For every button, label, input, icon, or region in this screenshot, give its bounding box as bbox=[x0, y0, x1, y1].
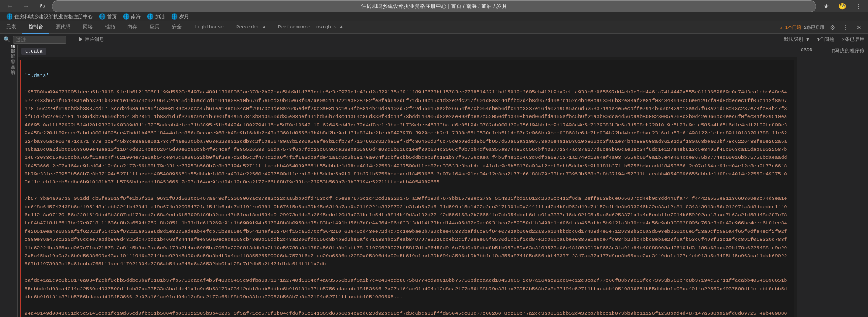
bookmark-icon-3: 🌐 bbox=[123, 13, 130, 20]
devtools-tab-perf-insights[interactable]: Performance insights ▲ bbox=[272, 21, 349, 34]
address-input[interactable] bbox=[52, 0, 816, 12]
right-panel-at: @马虎的程序猿 bbox=[832, 47, 864, 54]
page-count-label: 1个问题 bbox=[817, 36, 835, 43]
bookmark-button[interactable]: ★ bbox=[820, 0, 832, 12]
devtools-tab-sources[interactable]: 源代码 bbox=[49, 21, 77, 34]
more-options-button[interactable]: ⋮ bbox=[840, 22, 851, 33]
bookmark-icon-1: 🌐 bbox=[6, 13, 13, 20]
bookmark-icon-5: 🌐 bbox=[171, 13, 178, 20]
bookmark-item-4[interactable]: 🌐 加油 bbox=[144, 12, 168, 21]
viewer-tab-tdata[interactable]: t.data bbox=[21, 48, 46, 55]
bookmark-label-1: 住房和城乡建设部执业资格注册中心 bbox=[14, 13, 93, 20]
devtools-tab-network[interactable]: 网络 bbox=[77, 21, 99, 34]
default-level-label: 默认级别 ▼ bbox=[784, 36, 809, 43]
bookmark-item-1[interactable]: 🌐 住房和城乡建设部执业资格注册中心 bbox=[4, 12, 95, 21]
full-wrapper: ← → ↻ ★ 🧐 ⋮ 🌐 住房和城乡建设部执业资格注册中心 🌐 首页 🌐 南海… bbox=[0, 0, 868, 317]
refresh-button[interactable]: ↻ bbox=[36, 0, 48, 12]
bookmark-item-3[interactable]: 🌐 南海 bbox=[120, 12, 143, 21]
viewer-tabs: t.data bbox=[18, 45, 797, 57]
data-content-box: 't.data' '95780ba0943730051dccb5fe3918f9… bbox=[20, 60, 794, 317]
side-label-errors[interactable]: 错误 bbox=[0, 76, 17, 81]
right-panel-title: CSDN bbox=[801, 47, 812, 54]
bookmark-label-5: 岁月 bbox=[179, 13, 189, 20]
issue-count-badge: ⚠ 1个问题 bbox=[780, 24, 801, 31]
close-devtools-button[interactable]: ✕ bbox=[854, 22, 864, 33]
devtools-tab-security[interactable]: 安全 bbox=[166, 21, 188, 34]
right-panel-body bbox=[797, 56, 868, 61]
bookmark-label-2: 首页 bbox=[107, 13, 117, 20]
forward-button[interactable]: → bbox=[20, 0, 32, 12]
devtools-tab-lighthouse[interactable]: Lighthouse bbox=[188, 21, 230, 34]
toolbar-divider-2 bbox=[111, 36, 111, 43]
devtools-tab-recorder[interactable]: Recorder ▲ bbox=[230, 21, 272, 34]
back-button[interactable]: ← bbox=[4, 0, 16, 12]
filter-input[interactable] bbox=[13, 36, 66, 44]
settings-button[interactable]: ⋮ bbox=[852, 0, 864, 12]
devtools-tab-console[interactable]: 控制台 bbox=[22, 21, 49, 34]
address-row: ← → ↻ ★ 🧐 ⋮ bbox=[0, 0, 868, 12]
data-value: '95780ba0943730051dccb5fe3918f9fe1b6f213… bbox=[25, 89, 787, 317]
secondary-toolbar: 🔍 ▶ 用户消息 默认级别 ▼ 1个问题 2条已启用 bbox=[0, 34, 868, 45]
bookmark-icon-4: 🌐 bbox=[147, 13, 154, 20]
side-label-console[interactable]: 控制台 bbox=[0, 49, 17, 54]
bookmarks-bar: 🌐 住房和城乡建设部执业资格注册中心 🌐 首页 🌐 南海 🌐 加油 🌐 岁月 bbox=[0, 12, 868, 21]
side-label-messages[interactable]: 消息 bbox=[0, 60, 17, 65]
right-panel-header: CSDN @马虎的程序猿 bbox=[797, 45, 868, 56]
settings-icon-button[interactable]: ⚙ bbox=[827, 22, 838, 33]
side-label-user-messages[interactable]: 用户消息 bbox=[0, 54, 17, 60]
devtools-tab-performance[interactable]: 性能 bbox=[99, 21, 121, 34]
filter-icon: 🔍 bbox=[4, 36, 10, 43]
devtools-panel: 元素 控制台 源代码 网络 性能 内存 应用 安全 Lighthouse Rec… bbox=[0, 21, 868, 317]
viewer-area: t.data 't.data' '95780ba0943730051dccb5f… bbox=[18, 45, 797, 317]
side-labels-panel: 控制台 用户消息 消息 信息 警告 错误 bbox=[0, 45, 18, 317]
devtools-right-icons: ⚠ 1个问题 2条已启用 ⚙ ⋮ ✕ bbox=[776, 22, 868, 33]
side-label-warnings[interactable]: 警告 bbox=[0, 70, 17, 76]
bookmark-label-3: 南海 bbox=[131, 13, 141, 20]
user-messages-btn[interactable]: ▶ 用户消息 bbox=[76, 35, 107, 44]
content-split: 控制台 用户消息 消息 信息 警告 错误 t.data 't.data' '95… bbox=[0, 45, 868, 317]
devtools-tab-memory[interactable]: 内存 bbox=[121, 21, 143, 34]
enabled-count-badge: 2条已启用 bbox=[804, 24, 824, 31]
data-key-label: 't.data' bbox=[25, 73, 49, 78]
toolbar-divider-4 bbox=[838, 36, 838, 43]
toolbar-divider-3 bbox=[813, 36, 813, 43]
devtools-toolbar: 元素 控制台 源代码 网络 性能 内存 应用 安全 Lighthouse Rec… bbox=[0, 21, 868, 34]
extensions-button[interactable]: 🧐 bbox=[836, 0, 848, 12]
issue-icon: ⚠ bbox=[780, 25, 782, 30]
toolbar-divider-1 bbox=[71, 36, 71, 43]
bookmark-icon-2: 🌐 bbox=[99, 13, 106, 20]
viewer-content[interactable]: 't.data' '95780ba0943730051dccb5fe3918f9… bbox=[18, 57, 797, 317]
right-info-panel: CSDN @马虎的程序猿 bbox=[797, 45, 868, 317]
devtools-tab-elements[interactable]: 元素 bbox=[0, 21, 22, 34]
bookmark-item-2[interactable]: 🌐 首页 bbox=[96, 12, 119, 21]
bookmark-label-4: 加油 bbox=[155, 13, 165, 20]
devtools-tab-application[interactable]: 应用 bbox=[143, 21, 166, 34]
toolbar-right: 默认级别 ▼ 1个问题 2条已启用 bbox=[784, 36, 864, 43]
enabled-label: 2条已启用 bbox=[842, 36, 864, 43]
side-label-info[interactable]: 信息 bbox=[0, 65, 17, 70]
bookmark-item-5[interactable]: 🌐 岁月 bbox=[168, 12, 192, 21]
